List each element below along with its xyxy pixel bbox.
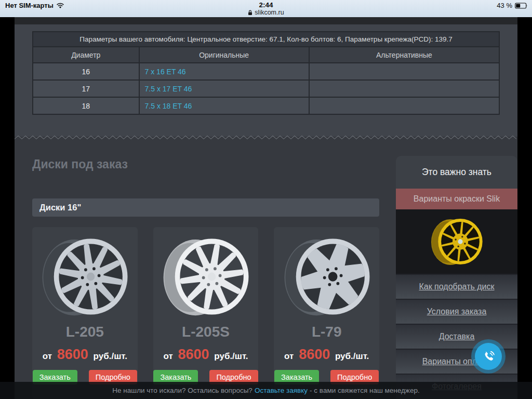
battery-percent: 43 % [497,2,512,9]
price-suffix: руб./шт. [335,351,369,361]
price-value: 8600 [175,347,211,362]
page-title: Диски под заказ [32,157,128,171]
price-value: 8600 [296,347,332,362]
sidebar-item-paint-options[interactable]: Варианты окраски Slik [396,189,517,209]
leave-request-link[interactable]: Оставьте заявку [255,387,308,394]
clock: 2:44 [0,1,532,9]
sidebar-item-label: Доставка [439,332,475,341]
status-bar: Нет SIM-карты 2:44 slikcom.ru 43 % [0,0,532,17]
product-card: L-205 от 8600 руб./шт. Заказать Подробно [32,227,138,399]
fitment-section: Параметры вашего автомобиля: Центральное… [15,24,517,137]
table-row: 17 7.5 x 17 ET 46 [33,80,499,97]
safari-ipad-screen: Нет SIM-карты 2:44 slikcom.ru 43 % [0,0,532,399]
silver-6-spoke-wheel-image [274,227,379,323]
lock-icon [248,10,252,16]
price-suffix: руб./шт. [94,351,127,361]
product-price: от 8600 руб./шт. [153,347,259,363]
vehicle-params-table: Параметры вашего автомобиля: Центральное… [32,31,500,115]
column-header-diameter: Диаметр [33,47,139,63]
product-name: L-205S [153,323,259,341]
sidebar-item-order-terms[interactable]: Условия заказа [396,299,517,324]
battery-icon [515,3,528,9]
product-price: от 8600 руб./шт. [32,347,138,363]
fitment-link[interactable]: 7.5 x 18 ET 46 [145,102,192,110]
column-header-alternative: Альтернативные [309,47,499,63]
diameter-cell: 17 [33,80,139,97]
table-row: 16 7 x 16 ET 46 [33,63,499,80]
page-content: Параметры вашего автомобиля: Центральное… [15,17,517,399]
diameter-cell: 18 [33,97,139,114]
column-header-original: Оригинальные [139,47,309,63]
sidebar-item-delivery[interactable]: Доставка [396,324,517,349]
product-price: от 8600 руб./шт. [274,347,379,363]
price-prefix: от [163,351,172,361]
product-card: L-79 от 8600 руб./шт. Заказать Подробно [274,227,379,399]
phone-icon [482,350,496,364]
product-name: L-79 [274,323,379,341]
product-card: L-205S от 8600 руб./шт. Заказать Подробн… [153,227,259,399]
table-row: 18 7.5 x 18 ET 46 [33,97,499,114]
price-prefix: от [284,351,294,361]
gold-wheel-image [396,209,517,274]
price-suffix: руб./шт. [214,351,248,361]
fitment-link[interactable]: 7.5 x 17 ET 46 [145,85,192,93]
vehicle-params-title: Параметры вашего автомобиля: Центральное… [33,32,499,47]
price-value: 8600 [55,347,91,362]
product-cards: L-205 от 8600 руб./шт. Заказать Подробно [32,227,379,399]
sidebar-item-label: Условия заказа [427,307,487,316]
callback-bar: Не нашли что искали? Остались вопросы? О… [0,382,532,399]
callback-question: Не нашли что искали? Остались вопросы? [112,387,252,394]
callback-after-text: - с вами свяжется наш менеджер. [310,387,420,394]
address-bar[interactable]: slikcom.ru [0,9,532,16]
silver-10-spoke-wheel-image [32,227,138,323]
disk-group-label: Диски 16" [39,203,81,212]
alternative-cell [309,63,499,80]
product-name: L-205 [32,323,138,341]
alternative-cell [309,97,499,114]
disk-group-bar: Диски 16" [32,198,379,217]
page-header-edge [15,17,517,24]
alternative-cell [309,80,499,97]
sidebar-item-label: Как подобрать диск [419,282,494,291]
price-prefix: от [43,351,52,361]
white-10-spoke-wheel-image [153,227,259,323]
url-text: slikcom.ru [255,9,284,16]
fitment-link[interactable]: 7 x 16 ET 46 [145,68,186,76]
table-header-row: Диаметр Оригинальные Альтернативные [33,47,499,63]
products-section: Диски под заказ Диски 16" L-205 от 8600 … [15,137,517,399]
sidebar-item-how-to-choose[interactable]: Как подобрать диск [396,274,517,299]
call-button[interactable] [475,343,502,370]
zigzag-divider [15,134,517,140]
sidebar-title: Это важно знать [396,156,517,189]
web-page: Параметры вашего автомобиля: Центральное… [0,17,532,399]
diameter-cell: 16 [33,63,139,80]
